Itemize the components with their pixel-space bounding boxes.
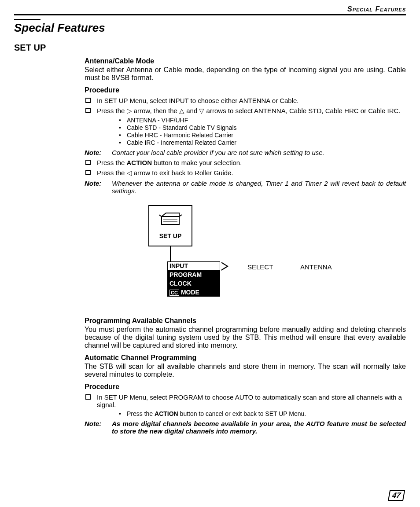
proc1-sub-1: ANTENNA - VHF/UHF	[119, 117, 406, 124]
figure-select-label: SELECT	[247, 263, 273, 271]
auto-prog-heading: Automatic Channel Programming	[85, 354, 406, 362]
procedure-list-1: In SET UP Menu, select INPUT to choose e…	[85, 97, 406, 146]
procedure-list-2: In SET UP Menu, select PROGRAM to choose…	[85, 393, 406, 417]
procedure-label-1: Procedure	[85, 86, 406, 94]
proc2-sub-1: Press the ACTION button to cancel or exi…	[119, 410, 406, 417]
page-number: 47	[388, 490, 405, 501]
procedure-label-2: Procedure	[85, 383, 406, 391]
title-rule	[14, 19, 41, 20]
proc1-step3-bold: ACTION	[127, 159, 152, 166]
proc2-step1: In SET UP Menu, select PROGRAM to choose…	[85, 393, 406, 417]
auto-prog-para: The STB will scan for all available chan…	[85, 363, 406, 378]
proc1-sub-3: Cable HRC - Harmonic Related Carrier	[119, 132, 406, 139]
proc1-sublist: ANTENNA - VHF/UHF Cable STD - Standard C…	[119, 117, 406, 146]
setup-box-icon	[157, 209, 184, 229]
note-1: Note: Contact your local cable provider …	[85, 149, 406, 156]
note-2-text: Whenever the antenna or cable mode is ch…	[112, 180, 406, 195]
proc1-step3: Press the ACTION button to make your sel…	[85, 159, 406, 166]
page: Special Features Special Features SET UP…	[0, 0, 420, 507]
content-body: Antenna/Cable Mode Select either Antenna…	[85, 57, 406, 435]
procedure-list-1b: Press the ACTION button to make your sel…	[85, 159, 406, 177]
proc2-sub-bold: ACTION	[155, 410, 178, 417]
antenna-cable-intro: Select either Antenna or Cable mode, dep…	[85, 66, 406, 82]
figure-menu-clock: CLOCK	[167, 279, 220, 288]
figure-menu-input: INPUT	[167, 261, 220, 270]
prog-channels-heading: Programming Available Channels	[85, 317, 406, 325]
setup-figure: SET UP INPUT PROGRAM CLOCK CCMODE SELECT…	[85, 205, 406, 306]
note-3: Note: As more digital channels become av…	[85, 420, 406, 435]
proc1-step3-pre: Press the	[97, 159, 127, 166]
note-1-label: Note:	[85, 149, 112, 156]
proc2-step1-text: In SET UP Menu, select PROGRAM to choose…	[97, 393, 402, 408]
figure-menu-input-text: INPUT	[169, 262, 188, 269]
figure-select-value: ANTENNA	[300, 263, 332, 271]
note-3-label: Note:	[85, 420, 112, 435]
proc2-sub-pre: Press the	[127, 410, 155, 417]
proc1-sub-4: Cable IRC - Incremental Related Carrier	[119, 139, 406, 146]
note-3-text: As more digital channels become availabl…	[112, 420, 406, 435]
note-2: Note: Whenever the antenna or cable mode…	[85, 180, 406, 195]
setup-box-label: SET UP	[149, 232, 192, 239]
figure-menu-block: INPUT PROGRAM CLOCK CCMODE	[167, 261, 220, 297]
page-title: Special Features	[14, 21, 406, 35]
proc1-sub-2: Cable STD - Standard Cable TV Signals	[119, 124, 406, 131]
setup-icon-box: SET UP	[148, 205, 192, 246]
note-1-text: Contact your local cable provider if you…	[112, 149, 406, 156]
cc-icon: CC	[169, 290, 179, 296]
figure-menu-ccmode: CCMODE	[167, 288, 220, 297]
antenna-cable-heading: Antenna/Cable Mode	[85, 57, 406, 65]
proc1-step2: Press the ▷ arrow, then the △ and ▽ arro…	[85, 107, 406, 146]
menu-pointer-inner	[221, 263, 227, 270]
prog-channels-para: You must perform the automatic channel p…	[85, 326, 406, 349]
figure-menu-program: PROGRAM	[167, 270, 220, 279]
title-block: Special Features	[14, 19, 406, 35]
proc1-step1: In SET UP Menu, select INPUT to choose e…	[85, 97, 406, 104]
proc1-step3-post: button to make your selection.	[152, 159, 242, 166]
section-setup-heading: SET UP	[14, 43, 406, 53]
cc-mode-text: MODE	[181, 289, 199, 296]
running-header: Special Features	[14, 5, 406, 15]
running-header-text: Special Features	[347, 5, 406, 13]
proc1-step4: Press the ◁ arrow to exit back to Roller…	[85, 169, 406, 177]
proc1-step2-text: Press the ▷ arrow, then the △ and ▽ arro…	[97, 107, 401, 114]
proc2-sub-post: button to cancel or exit back to SET UP …	[178, 410, 306, 417]
svg-rect-0	[162, 217, 179, 224]
note-2-label: Note:	[85, 180, 112, 195]
proc2-sublist: Press the ACTION button to cancel or exi…	[119, 410, 406, 417]
